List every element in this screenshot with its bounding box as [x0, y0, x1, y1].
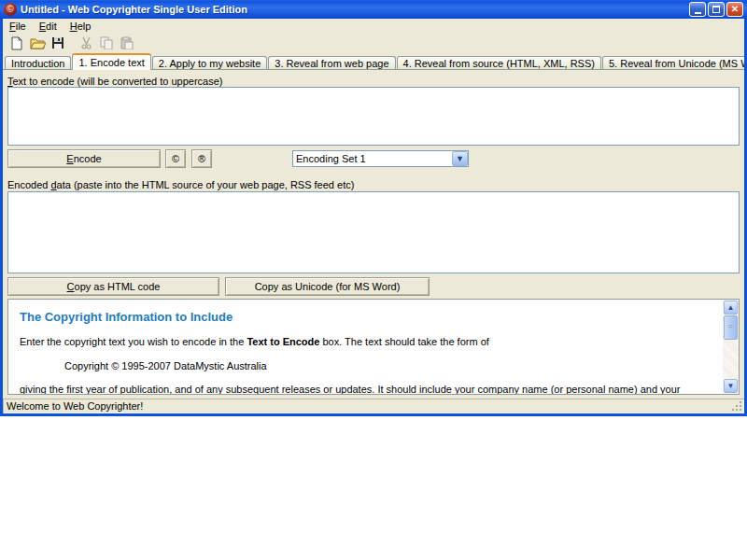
encoding-set-selected: Encoding Set 1: [293, 153, 452, 164]
close-icon: ✕: [731, 4, 739, 14]
window-border: [0, 413, 747, 416]
tab-reveal-from-unicode[interactable]: 5. Reveal from Unicode (MS Word etc): [602, 56, 747, 70]
encoded-data-output[interactable]: [7, 191, 740, 273]
save-icon: [51, 36, 64, 49]
tab-reveal-from-web-page[interactable]: 3. Reveal from web page: [268, 56, 395, 70]
maximize-button[interactable]: [708, 2, 725, 17]
window-title: Untitled - Web Copyrighter Single User E…: [21, 4, 689, 15]
minimize-icon: [695, 12, 701, 14]
menu-help[interactable]: Help: [63, 20, 98, 33]
encoded-data-label: Encoded data (paste into the HTML source…: [7, 179, 354, 190]
paste-button[interactable]: [117, 34, 137, 52]
status-bar: Welcome to Web Copyrighter!: [3, 399, 744, 413]
insert-registered-symbol-button[interactable]: ®: [191, 149, 212, 168]
encode-button[interactable]: Encode: [7, 149, 161, 168]
tab-encode-text[interactable]: 1. Encode text: [72, 53, 150, 70]
insert-copyright-symbol-button[interactable]: ©: [165, 149, 186, 168]
titlebar[interactable]: © Untitled - Web Copyrighter Single User…: [0, 0, 747, 19]
toolbar: [3, 33, 744, 53]
menu-edit[interactable]: Edit: [33, 20, 63, 33]
tab-introduction[interactable]: Introduction: [5, 56, 71, 70]
chevron-down-icon: ▼: [727, 382, 735, 390]
scrollbar-thumb[interactable]: [724, 315, 738, 340]
copy-icon: [100, 36, 113, 49]
text-to-encode-label: Text to encode (will be converted to upp…: [7, 76, 223, 87]
resize-grip[interactable]: [731, 400, 743, 413]
copy-button[interactable]: [96, 34, 117, 52]
copy-as-html-button[interactable]: Copy as HTML code: [7, 277, 219, 296]
close-button[interactable]: ✕: [726, 2, 743, 17]
new-document-icon: [10, 36, 23, 50]
save-button[interactable]: [48, 34, 68, 52]
window-border: [0, 19, 3, 416]
text-to-encode-input[interactable]: [7, 87, 740, 146]
open-folder-icon: [30, 36, 46, 49]
maximize-icon: [712, 6, 720, 13]
info-paragraph-2: giving the first year of publication, an…: [20, 384, 712, 395]
info-heading: The Copyright Information to Include: [20, 310, 712, 324]
chevron-down-icon[interactable]: ▼: [452, 151, 468, 166]
open-file-button[interactable]: [27, 34, 48, 52]
cut-button[interactable]: [76, 34, 96, 52]
paste-icon: [120, 36, 134, 49]
copyright-info-panel: The Copyright Information to Include Ent…: [7, 299, 740, 395]
scroll-up-button[interactable]: ▲: [724, 301, 738, 315]
menubar: File Edit Help: [3, 19, 744, 33]
encoding-set-dropdown[interactable]: Encoding Set 1 ▼: [292, 150, 469, 167]
tab-reveal-from-source[interactable]: 4. Reveal from source (HTML, XML, RSS): [397, 56, 601, 70]
cut-icon: [80, 36, 92, 49]
copy-as-unicode-button[interactable]: Copy as Unicode (for MS Word): [225, 277, 430, 296]
info-example-line: Copyright © 1995-2007 DataMystic Austral…: [20, 360, 712, 371]
app-window: © Untitled - Web Copyrighter Single User…: [0, 0, 747, 416]
new-document-button[interactable]: [7, 34, 27, 52]
app-copyright-icon: ©: [4, 3, 17, 16]
tab-apply-to-website[interactable]: 2. Apply to my website: [152, 56, 267, 70]
scroll-down-button[interactable]: ▼: [724, 379, 738, 393]
status-message: Welcome to Web Copyrighter!: [3, 400, 731, 412]
info-paragraph-1: Enter the copyright text you wish to enc…: [20, 336, 712, 348]
chevron-up-icon: ▲: [727, 303, 735, 312]
vertical-scrollbar[interactable]: ▲ ▼: [723, 300, 739, 394]
tab-strip: Introduction 1. Encode text 2. Apply to …: [3, 53, 744, 70]
minimize-button[interactable]: [689, 2, 706, 17]
menu-file[interactable]: File: [3, 20, 33, 33]
